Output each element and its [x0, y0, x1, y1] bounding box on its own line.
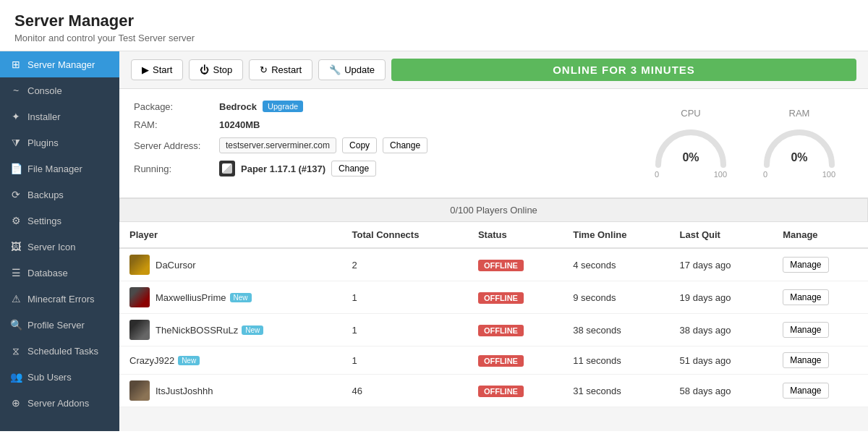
main-layout: ⊞ Server Manager ~ Console ✦ Installer ⧩… [0, 51, 868, 431]
manage-button-4[interactable]: Manage [783, 383, 828, 399]
status-4: OFFLINE [468, 375, 563, 407]
running-label: Running: [134, 163, 213, 174]
stop-icon: ⏻ [200, 64, 209, 75]
scheduled-tasks-label: Scheduled Tasks [27, 346, 98, 357]
manage-button-3[interactable]: Manage [783, 352, 828, 368]
upgrade-badge[interactable]: Upgrade [263, 101, 303, 112]
player-cell-1: MaxwelliusPrimeNew [119, 281, 341, 314]
restart-button[interactable]: ↻ Restart [249, 59, 312, 80]
plugins-label: Plugins [27, 137, 59, 148]
sidebar-item-sub-users[interactable]: 👥 Sub Users [0, 364, 119, 390]
sidebar-item-backups[interactable]: ⟳ Backups [0, 182, 119, 208]
time-online-3: 11 seconds [563, 346, 669, 375]
update-button[interactable]: 🔧 Update [318, 59, 386, 80]
package-value: Bedrock [219, 101, 257, 112]
last-quit-2: 38 days ago [670, 314, 773, 346]
connects-0: 2 [341, 248, 467, 281]
player-avatar-1 [129, 287, 150, 307]
backups-icon: ⟳ [10, 189, 22, 200]
sidebar-item-server-manager[interactable]: ⊞ Server Manager [0, 51, 119, 77]
manage-button-0[interactable]: Manage [783, 257, 828, 273]
col-time-online: Time Online [563, 222, 669, 248]
copy-button[interactable]: Copy [342, 137, 377, 153]
ram-gauge: RAM 0% 0 100 [760, 108, 839, 179]
time-online-0: 4 seconds [563, 248, 669, 281]
online-banner: ONLINE FOR 3 MINUTES [391, 59, 856, 81]
server-info: Package: Bedrock Upgrade RAM: 10240MB Se… [134, 101, 608, 186]
manage-cell-4: Manage [773, 375, 868, 407]
players-table-wrapper: PlayerTotal ConnectsStatusTime OnlineLas… [119, 222, 868, 407]
settings-label: Settings [27, 216, 61, 226]
server-manager-label: Server Manager [27, 59, 95, 70]
sidebar-item-server-icon[interactable]: 🖼 Server Icon [0, 234, 119, 260]
players-table: PlayerTotal ConnectsStatusTime OnlineLas… [119, 222, 868, 407]
sidebar-item-minecraft-errors[interactable]: ⚠ Minecraft Errors [0, 286, 119, 312]
installer-icon: ✦ [10, 111, 22, 122]
table-row: CrazyJ922New1OFFLINE11 seconds51 days ag… [119, 346, 868, 375]
connects-2: 1 [341, 314, 467, 346]
manage-cell-3: Manage [773, 346, 868, 375]
player-name-4: ItsJustJoshhh [156, 386, 213, 396]
plugins-icon: ⧩ [10, 137, 22, 148]
running-value: Paper 1.17.1 (#137) [241, 163, 326, 174]
cpu-max: 100 [714, 170, 727, 179]
start-button[interactable]: ▶ Start [131, 59, 183, 80]
installer-label: Installer [27, 111, 61, 122]
backups-label: Backups [27, 190, 64, 200]
server-manager-icon: ⊞ [10, 59, 22, 70]
last-quit-4: 58 days ago [670, 375, 773, 407]
offline-badge-1: OFFLINE [478, 292, 524, 304]
stop-button[interactable]: ⏻ Stop [189, 59, 243, 80]
offline-badge-0: OFFLINE [478, 260, 524, 271]
cpu-gauge: CPU 0% 0 100 [651, 108, 731, 179]
sidebar-item-server-addons[interactable]: ⊕ Server Addons [0, 390, 119, 416]
start-icon: ▶ [142, 64, 149, 75]
offline-badge-3: OFFLINE [478, 355, 524, 367]
player-cell-0: DaCursor [119, 248, 341, 281]
sidebar-item-profile-server[interactable]: 🔍 Profile Server [0, 312, 119, 338]
player-cell-4: ItsJustJoshhh [119, 375, 341, 407]
sidebar-item-database[interactable]: ☰ Database [0, 260, 119, 286]
server-addons-label: Server Addons [27, 398, 89, 409]
badge-new-2: New [242, 326, 263, 335]
minecraft-errors-icon: ⚠ [10, 293, 22, 305]
server-icon-label: Server Icon [27, 242, 75, 252]
svg-text:0%: 0% [791, 151, 807, 163]
player-cell-3: CrazyJ922New [119, 346, 341, 375]
manage-cell-0: Manage [773, 248, 868, 281]
table-row: ItsJustJoshhh46OFFLINE31 seconds58 days … [119, 375, 868, 407]
manage-button-1[interactable]: Manage [783, 289, 828, 305]
sidebar-item-plugins[interactable]: ⧩ Plugins [0, 129, 119, 156]
player-name-1: MaxwelliusPrime [156, 292, 226, 303]
sidebar-item-settings[interactable]: ⚙ Settings [0, 208, 119, 234]
sidebar-item-console[interactable]: ~ Console [0, 77, 119, 103]
change-running-button[interactable]: Change [331, 161, 376, 176]
sidebar-item-file-manager[interactable]: 📄 File Manager [0, 156, 119, 182]
sidebar-item-scheduled-tasks[interactable]: ⧖ Scheduled Tasks [0, 338, 119, 364]
player-avatar-0 [129, 255, 150, 275]
package-row: Package: Bedrock Upgrade [134, 101, 608, 112]
toolbar: ▶ Start ⏻ Stop ↻ Restart 🔧 Update ONLINE… [119, 51, 868, 89]
col-total-connects: Total Connects [341, 222, 467, 248]
console-icon: ~ [10, 85, 22, 96]
svg-text:0%: 0% [682, 151, 699, 163]
database-label: Database [27, 268, 68, 278]
address-value: testserver.serverminer.com [219, 137, 336, 153]
update-icon: 🔧 [329, 64, 341, 75]
last-quit-0: 17 days ago [670, 248, 773, 281]
main-content: ▶ Start ⏻ Stop ↻ Restart 🔧 Update ONLINE… [119, 51, 868, 431]
server-addons-icon: ⊕ [10, 397, 22, 409]
package-label: Package: [134, 101, 213, 112]
connects-1: 1 [341, 281, 467, 314]
sidebar-item-installer[interactable]: ✦ Installer [0, 103, 119, 129]
players-header: 0/100 Players Online [119, 198, 868, 222]
cpu-label: CPU [681, 108, 700, 119]
profile-server-label: Profile Server [27, 320, 85, 331]
col-manage: Manage [773, 222, 868, 248]
status-1: OFFLINE [468, 281, 563, 314]
connects-4: 46 [341, 375, 467, 407]
table-row: MaxwelliusPrimeNew1OFFLINE9 seconds19 da… [119, 281, 868, 314]
badge-new-3: New [178, 356, 200, 365]
manage-button-2[interactable]: Manage [783, 322, 828, 338]
change-address-button[interactable]: Change [383, 137, 427, 153]
